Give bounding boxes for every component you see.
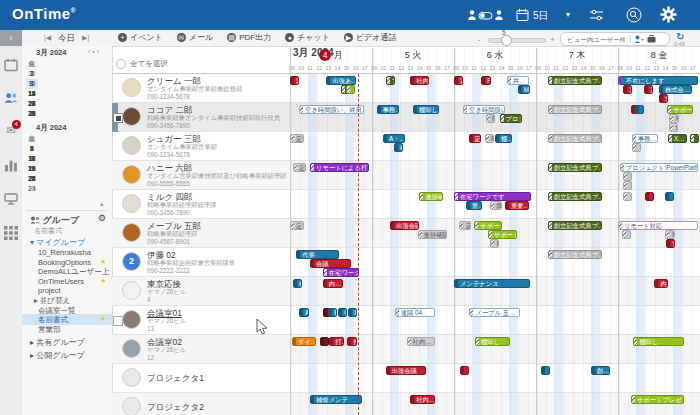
calendar-day[interactable]: 17 xyxy=(26,89,38,99)
event-block[interactable]: 進捗確… xyxy=(419,192,443,201)
event-block[interactable]: サポート対… xyxy=(474,221,502,230)
event-block[interactable]: 遠隔 04 xyxy=(395,308,435,317)
event-block[interactable]: X… xyxy=(668,134,687,143)
event-block[interactable]: 定 xyxy=(644,85,653,94)
rooms-nav-icon[interactable] xyxy=(4,192,18,206)
calendar-day[interactable]: 31 xyxy=(26,109,38,119)
calendar-day[interactable]: 21 xyxy=(26,164,38,174)
event-block[interactable]: P… xyxy=(490,239,499,248)
event-block[interactable]: 営 xyxy=(669,123,678,132)
event-block[interactable] xyxy=(541,366,550,375)
toolbar-button-PDF出力[interactable]: ▤PDF出力 xyxy=(227,32,271,43)
event-block[interactable]: ダイ… xyxy=(292,337,317,346)
people-toggle-icon[interactable] xyxy=(468,9,504,22)
event-block[interactable]: 創立記念式典ブ… xyxy=(548,221,602,230)
event-block[interactable] xyxy=(645,192,654,201)
event-block[interactable]: 進捗確認… xyxy=(418,230,447,239)
event-block[interactable]: 社内… xyxy=(410,76,429,85)
select-all[interactable]: 全てを選択 xyxy=(116,59,168,69)
select-all-checkbox[interactable] xyxy=(116,59,126,69)
event-block[interactable]: D xyxy=(348,308,357,317)
skip-prev-icon[interactable]: |◀ xyxy=(44,34,51,42)
event-block[interactable]: 事務… xyxy=(377,105,400,114)
group-view-icon[interactable] xyxy=(4,91,18,105)
event-block[interactable]: 定 xyxy=(290,221,304,230)
group-item-営業部[interactable]: 営業部 xyxy=(38,325,61,335)
calendar-day[interactable]: 28 xyxy=(26,174,38,184)
event-block[interactable]: 空き時間扱い、終… xyxy=(463,105,505,114)
my-groups-section[interactable]: ▾ マイグループ xyxy=(30,237,85,248)
event-block[interactable]: A xyxy=(299,308,309,317)
event-block[interactable] xyxy=(632,143,641,152)
toolbar-button-チャット[interactable]: ●チャット xyxy=(285,32,330,43)
event-block[interactable]: 創立記念式典ブ… xyxy=(548,163,602,172)
toolbar-button-ビデオ通話[interactable]: ▶ビデオ通話 xyxy=(344,32,397,43)
event-block[interactable] xyxy=(623,181,632,190)
favorite-star-icon[interactable]: ★ xyxy=(100,277,106,285)
group-item-project[interactable]: project xyxy=(38,286,61,295)
event-block[interactable]: P xyxy=(485,134,494,143)
briefcase-filter-icon[interactable] xyxy=(647,35,656,43)
event-block[interactable]: 出張会議 xyxy=(386,366,426,375)
event-block[interactable] xyxy=(690,134,699,143)
calendar-day[interactable]: 14 xyxy=(26,154,38,164)
chevron-down-icon[interactable]: ▾ xyxy=(566,10,570,19)
event-block[interactable]: 社内… xyxy=(410,395,435,404)
event-block[interactable]: 出張会議 xyxy=(390,221,419,230)
event-block[interactable]: サポート… xyxy=(488,230,517,239)
event-block[interactable]: 営 xyxy=(666,239,675,248)
search-icon[interactable] xyxy=(626,7,642,23)
calendar-day[interactable]: 24 xyxy=(26,99,38,109)
today-button[interactable]: 今日 xyxy=(58,33,75,45)
event-block[interactable]: 内… xyxy=(654,279,668,288)
event-block[interactable]: メープル 五… xyxy=(469,308,520,317)
event-block[interactable]: P… xyxy=(486,114,495,123)
event-block[interactable]: 定 xyxy=(293,163,307,172)
user-search-input[interactable] xyxy=(565,35,627,44)
event-block[interactable]: 定 xyxy=(290,76,299,85)
event-block[interactable]: プロジェ… xyxy=(500,114,523,123)
event-block[interactable]: サポー… xyxy=(667,105,692,114)
calendar-day[interactable]: 7 xyxy=(26,144,38,154)
event-block[interactable]: 打… xyxy=(329,337,343,346)
event-block[interactable]: C xyxy=(338,308,347,317)
event-block[interactable]: 棚卸し xyxy=(633,337,683,346)
apps-grid-icon[interactable] xyxy=(4,226,18,240)
event-block[interactable]: 株… xyxy=(293,279,302,288)
calendar-day[interactable]: 5 xyxy=(26,184,38,194)
event-block[interactable]: 創立記念式典ブ… xyxy=(548,192,602,201)
event-block[interactable]: 社内… xyxy=(407,337,435,346)
zoom-slider-thumb[interactable] xyxy=(501,35,512,46)
event-block[interactable] xyxy=(623,192,632,201)
event-block[interactable]: B xyxy=(328,308,337,317)
event-block[interactable] xyxy=(635,105,644,114)
event-block[interactable]: 作業 xyxy=(296,250,339,259)
event-block[interactable]: 定 xyxy=(454,76,463,85)
zoom-plus-button[interactable]: + xyxy=(550,35,555,44)
event-block[interactable]: リモート対応 xyxy=(618,221,698,230)
day-header-5[interactable]: 5 火 xyxy=(372,49,454,62)
member-name[interactable]: プロジェクタ2 xyxy=(147,402,204,414)
calendar-nav-icon[interactable] xyxy=(4,58,18,72)
event-block[interactable]: 補修メンテ xyxy=(310,395,362,404)
event-block[interactable]: 事務… xyxy=(632,134,658,143)
event-block[interactable]: プ xyxy=(386,76,395,85)
event-block[interactable]: プロジェクト:PowerPlatf… xyxy=(620,163,698,172)
event-block[interactable]: 創立記念式典ブ… xyxy=(548,76,602,85)
event-block[interactable]: 社 xyxy=(394,143,403,152)
mail-nav-icon[interactable]: ✉4 xyxy=(4,124,18,138)
favorite-star-icon[interactable]: ★ xyxy=(100,315,106,323)
event-block[interactable]: X… xyxy=(665,230,675,239)
event-block[interactable] xyxy=(623,172,632,181)
group-item-BookingOptions[interactable]: BookingOptions xyxy=(38,258,91,267)
group-item-並び替え[interactable]: ▸ 並び替え xyxy=(34,296,70,306)
event-block[interactable]: 定 xyxy=(623,85,632,94)
event-block[interactable]: 創… xyxy=(591,366,610,375)
group-item-名前書式[interactable]: 名前書式 xyxy=(38,315,68,325)
event-block[interactable]: 共… xyxy=(507,76,529,85)
event-block[interactable]: A・… xyxy=(383,134,405,143)
event-block[interactable]: 重… xyxy=(466,201,482,210)
event-block[interactable]: 間… xyxy=(490,201,502,210)
event-block[interactable]: 在宅ワークです xyxy=(454,192,531,201)
day-header-7[interactable]: 7 木 xyxy=(536,49,618,62)
